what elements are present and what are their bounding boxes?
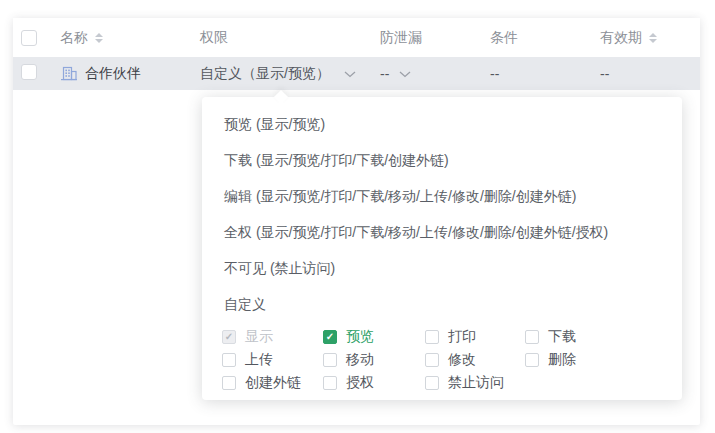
column-header-name[interactable]: 名称	[60, 29, 200, 47]
custom-permission-grid: ✓ 显示 ✓ 预览 ✓ 打印 ✓ 下载 ✓ 上传 ✓ 移动 ✓ 修改 ✓ 删除	[222, 325, 682, 394]
checkbox-box[interactable]: ✓	[222, 353, 236, 367]
custom-section-label: 自定义	[202, 286, 682, 322]
check-icon: ✓	[225, 332, 233, 342]
table-header: 名称 权限 防泄漏 条件 有效期	[13, 18, 700, 57]
checkbox-box[interactable]: ✓	[525, 330, 539, 344]
checkbox-external-link[interactable]: ✓ 创建外链	[222, 371, 323, 394]
permission-value: 自定义（显示/预览）	[200, 65, 330, 83]
checkbox-download[interactable]: ✓ 下载	[525, 325, 682, 348]
checkbox-modify[interactable]: ✓ 修改	[425, 348, 525, 371]
checkbox-forbid-access[interactable]: ✓ 禁止访问	[425, 371, 525, 394]
chevron-down-icon	[344, 71, 356, 78]
checkbox-box[interactable]: ✓	[222, 376, 236, 390]
condition-value: --	[490, 66, 499, 82]
checkbox-box[interactable]: ✓	[425, 353, 439, 367]
checkbox-box[interactable]: ✓	[525, 353, 539, 367]
menu-item-invisible[interactable]: 不可见 (禁止访问)	[202, 250, 682, 286]
checkbox-box[interactable]: ✓	[425, 330, 439, 344]
checkbox-print[interactable]: ✓ 打印	[425, 325, 525, 348]
menu-item-download[interactable]: 下载 (显示/预览/打印/下载/创建外链)	[202, 142, 682, 178]
leak-dropdown-trigger[interactable]: --	[380, 66, 490, 82]
column-header-validity[interactable]: 有效期	[600, 29, 700, 47]
checkbox-box: ✓	[222, 330, 236, 344]
leak-value: --	[380, 66, 389, 82]
table-row[interactable]: 合作伙伴 自定义（显示/预览） -- -- --	[13, 57, 700, 90]
column-header-permission-label: 权限	[200, 29, 228, 47]
sort-icon[interactable]	[95, 33, 103, 43]
checkbox-move[interactable]: ✓ 移动	[323, 348, 425, 371]
checkbox-upload[interactable]: ✓ 上传	[222, 348, 323, 371]
menu-item-preview[interactable]: 预览 (显示/预览)	[202, 106, 682, 142]
check-icon: ✓	[326, 332, 334, 342]
permission-dropdown-trigger[interactable]: 自定义（显示/预览）	[200, 65, 380, 83]
permission-dropdown-panel: 预览 (显示/预览) 下载 (显示/预览/打印/下载/创建外链) 编辑 (显示/…	[202, 97, 682, 400]
column-header-name-label: 名称	[60, 29, 88, 47]
column-header-validity-label: 有效期	[600, 29, 642, 47]
checkbox-box[interactable]: ✓	[323, 330, 337, 344]
checkbox-box[interactable]: ✓	[323, 353, 337, 367]
sort-icon[interactable]	[649, 33, 657, 43]
column-header-condition: 条件	[490, 29, 600, 47]
row-checkbox[interactable]	[21, 64, 37, 80]
checkbox-delete[interactable]: ✓ 删除	[525, 348, 682, 371]
checkbox-preview[interactable]: ✓ 预览	[323, 325, 425, 348]
checkbox-display: ✓ 显示	[222, 325, 323, 348]
building-icon	[60, 66, 78, 82]
checkbox-box[interactable]: ✓	[323, 376, 337, 390]
menu-item-edit[interactable]: 编辑 (显示/预览/打印/下载/移动/上传/修改/删除/创建外链)	[202, 178, 682, 214]
column-header-condition-label: 条件	[490, 29, 518, 47]
select-all-checkbox[interactable]	[21, 30, 37, 46]
chevron-down-icon	[399, 71, 411, 78]
column-header-leak: 防泄漏	[380, 29, 490, 47]
row-name: 合作伙伴	[85, 65, 141, 83]
column-header-permission: 权限	[200, 29, 380, 47]
checkbox-authorize[interactable]: ✓ 授权	[323, 371, 425, 394]
menu-item-full[interactable]: 全权 (显示/预览/打印/下载/移动/上传/修改/删除/创建外链/授权)	[202, 214, 682, 250]
checkbox-box[interactable]: ✓	[425, 376, 439, 390]
column-header-leak-label: 防泄漏	[380, 29, 422, 47]
validity-value: --	[600, 66, 609, 82]
